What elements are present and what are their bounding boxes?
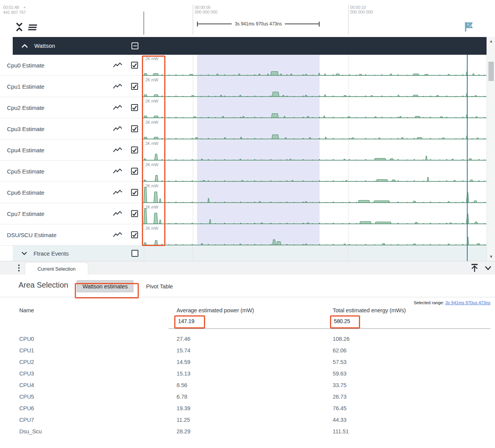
sparkline-icon[interactable] bbox=[113, 62, 122, 68]
track-label[interactable]: Cpu7 Estimate bbox=[0, 203, 143, 224]
table-row[interactable]: CPU115.7462.06 bbox=[0, 345, 495, 356]
sparkline-icon[interactable] bbox=[113, 189, 122, 195]
track-plot[interactable]: 2K mW bbox=[143, 224, 487, 246]
vertical-scrollbar[interactable]: ▲ ▼ bbox=[487, 37, 495, 261]
cell-name: CPU5 bbox=[19, 394, 34, 400]
track-list: Cpu0 Estimate2K mWCpu1 Estimate2K mWCpu2… bbox=[0, 55, 487, 246]
sparkline-icon[interactable] bbox=[113, 83, 122, 89]
track-label[interactable]: Cpu4 Estimate bbox=[0, 140, 143, 161]
tab-current-selection[interactable]: Current Selection bbox=[25, 262, 88, 275]
track-label[interactable]: Cpu6 Estimate bbox=[0, 182, 143, 203]
details-tab-bar: Current Selection bbox=[0, 261, 495, 275]
selected-range-link[interactable]: 3s 941ms 970us 473ns bbox=[445, 300, 490, 305]
table-row[interactable]: CPU027.46108.26 bbox=[0, 333, 495, 345]
tab-wattson-estimates[interactable]: Wattson estimates bbox=[77, 280, 133, 292]
track-checkbox-checked[interactable] bbox=[131, 125, 138, 132]
sparkline-icon[interactable] bbox=[113, 147, 122, 153]
track-row[interactable]: Cpu4 Estimate2K mW bbox=[0, 140, 487, 161]
track-row[interactable]: Cpu5 Estimate2K mW bbox=[0, 161, 487, 182]
minus-glyph bbox=[133, 45, 137, 46]
track-plot[interactable]: 2K mW bbox=[143, 140, 487, 161]
ruler-tick-sub: 000 000 000 bbox=[195, 10, 217, 14]
total-energy: 580.25 bbox=[334, 318, 350, 324]
cell-energy: 57.53 bbox=[333, 359, 347, 365]
track-row[interactable]: Cpu7 Estimate2K mW bbox=[0, 203, 487, 224]
track-checkbox-checked[interactable] bbox=[131, 83, 138, 90]
track-plot[interactable]: 2K mW bbox=[143, 76, 487, 97]
check-icon bbox=[132, 105, 137, 110]
group-checkbox-unchecked[interactable] bbox=[131, 250, 138, 257]
track-checkbox-checked[interactable] bbox=[131, 168, 138, 175]
counter-waveform bbox=[143, 182, 487, 203]
expand-panel-up-icon[interactable] bbox=[470, 263, 479, 273]
track-row[interactable]: Cpu6 Estimate2K mW bbox=[0, 182, 487, 203]
track-checkbox-checked[interactable] bbox=[131, 231, 138, 238]
track-row[interactable]: Cpu0 Estimate2K mW bbox=[0, 55, 487, 76]
track-name: Cpu0 Estimate bbox=[7, 62, 44, 69]
timeline-cursor-line bbox=[467, 55, 468, 261]
cell-avg-power: 8.56 bbox=[177, 382, 187, 388]
track-label[interactable]: Cpu0 Estimate bbox=[0, 55, 143, 76]
sparkline-icon[interactable] bbox=[113, 211, 122, 217]
track-plot[interactable]: 2K mW bbox=[143, 97, 487, 118]
sparkline-icon[interactable] bbox=[113, 168, 122, 174]
bracket-right-tick bbox=[319, 22, 320, 27]
table-row[interactable]: CPU48.5633.75 bbox=[0, 379, 495, 391]
track-row[interactable]: Cpu1 Estimate2K mW bbox=[0, 76, 487, 97]
flag-icon[interactable] bbox=[464, 21, 474, 32]
cell-name: CPU3 bbox=[19, 371, 34, 377]
track-checkbox-checked[interactable] bbox=[131, 104, 138, 111]
collapse-tracks-icon[interactable] bbox=[15, 22, 23, 32]
track-plot[interactable]: 2K mW bbox=[143, 161, 487, 182]
sparkline-icon[interactable] bbox=[113, 104, 122, 111]
cell-name: CPU1 bbox=[19, 347, 34, 354]
track-plot[interactable]: 2K mW bbox=[143, 118, 487, 140]
kebab-menu-icon[interactable] bbox=[17, 264, 21, 273]
track-checkbox-checked[interactable] bbox=[131, 147, 138, 153]
track-label[interactable]: Cpu5 Estimate bbox=[0, 161, 143, 182]
scrollbar-thumb[interactable] bbox=[488, 62, 494, 81]
table-row[interactable]: Dsu_Scu28.29111.51 bbox=[0, 426, 495, 437]
sparkline-icon[interactable] bbox=[113, 126, 122, 132]
scroll-up-arrow-icon[interactable]: ▲ bbox=[487, 39, 495, 43]
track-plot[interactable]: 2K mW bbox=[143, 182, 487, 203]
estimates-table: CPU027.46108.26CPU115.7462.06CPU214.5957… bbox=[0, 333, 495, 437]
table-row[interactable]: CPU315.1359.63 bbox=[0, 368, 495, 379]
cell-energy: 33.75 bbox=[333, 382, 347, 388]
track-filter-menu-icon[interactable] bbox=[28, 24, 38, 31]
cell-avg-power: 15.74 bbox=[177, 347, 190, 354]
track-label[interactable]: Cpu1 Estimate bbox=[0, 76, 143, 97]
track-plot[interactable]: 2K mW bbox=[143, 203, 487, 224]
cell-name: CPU7 bbox=[19, 417, 34, 423]
group-checkbox-indeterminate[interactable] bbox=[131, 42, 138, 49]
track-label[interactable]: Cpu3 Estimate bbox=[0, 118, 143, 140]
cell-energy: 59.63 bbox=[333, 371, 347, 377]
table-row[interactable]: CPU711.2544.33 bbox=[0, 414, 495, 426]
cell-energy: 62.06 bbox=[333, 347, 347, 354]
track-row[interactable]: Cpu2 Estimate2K mW bbox=[0, 97, 487, 118]
column-header-total: Total estimated energy (mWs) bbox=[333, 307, 406, 313]
chevron-up-icon bbox=[21, 44, 28, 48]
tab-pivot-table[interactable]: Pivot Table bbox=[146, 280, 173, 292]
cell-energy: 44.33 bbox=[333, 417, 347, 423]
track-checkbox-checked[interactable] bbox=[131, 210, 138, 217]
track-group-header-wattson[interactable]: Wattson bbox=[13, 37, 487, 55]
table-row[interactable]: CPU214.5957.53 bbox=[0, 356, 495, 368]
track-plot[interactable]: 2K mW bbox=[143, 55, 487, 76]
chevron-down-icon[interactable] bbox=[484, 263, 492, 273]
ruler-origin-time: 00:01:48 + bbox=[3, 5, 26, 10]
track-label[interactable]: DSU/SCU Estimate bbox=[0, 224, 143, 246]
track-row[interactable]: Cpu3 Estimate2K mW bbox=[0, 118, 487, 140]
track-row[interactable]: DSU/SCU Estimate2K mW bbox=[0, 224, 487, 246]
scroll-down-arrow-icon[interactable]: ▼ bbox=[487, 255, 495, 259]
sparkline-icon[interactable] bbox=[113, 232, 122, 238]
cell-name: CPU6 bbox=[19, 405, 34, 411]
check-icon bbox=[132, 147, 137, 153]
track-label[interactable]: Cpu2 Estimate bbox=[0, 97, 143, 118]
timeline-ruler[interactable]: 00:01:48 + 441 907 767 00:00:05 000 000 … bbox=[0, 0, 495, 37]
table-row[interactable]: CPU619.3976.45 bbox=[0, 403, 495, 414]
track-checkbox-checked[interactable] bbox=[131, 189, 138, 196]
table-row[interactable]: CPU56.7826.73 bbox=[0, 391, 495, 403]
track-checkbox-checked[interactable] bbox=[131, 62, 138, 69]
ruler-gridline bbox=[193, 5, 193, 35]
